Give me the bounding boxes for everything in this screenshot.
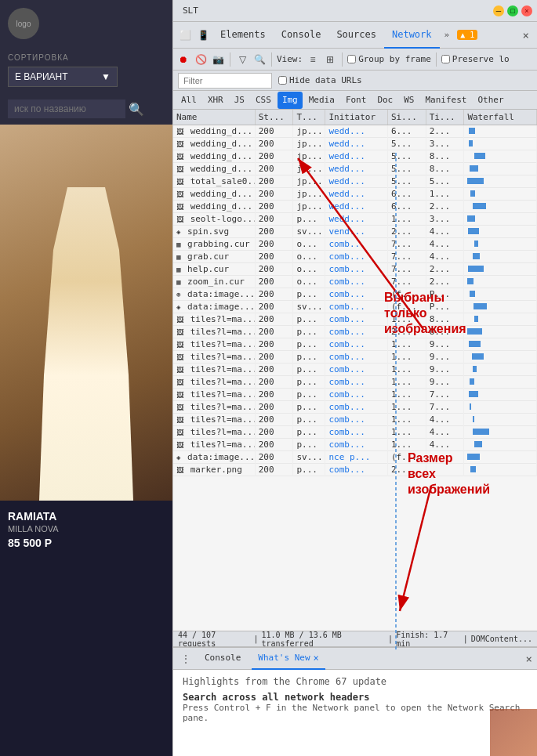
preserve-log-label[interactable]: Preserve lo [441, 54, 510, 64]
cell-size: 7... [387, 251, 426, 263]
tab-console[interactable]: Console [274, 22, 329, 49]
col-header-name[interactable]: Name [173, 110, 255, 125]
table-row[interactable]: 🖼 tiles?l=ma... 200 p... comb... 1... 4.… [173, 439, 537, 451]
type-tab-media[interactable]: Media [304, 92, 339, 109]
col-header-initiator[interactable]: Initiator [325, 110, 387, 125]
inspect-icon[interactable]: ⬜ [176, 30, 194, 41]
col-header-size[interactable]: Si... [387, 110, 426, 125]
table-row[interactable]: 🖼 marker.png 200 p... comb... 2... [173, 464, 537, 476]
view-grid-button[interactable]: ⊞ [323, 52, 337, 67]
record-button[interactable]: ⏺ [176, 52, 190, 67]
cell-time: 5... [426, 175, 464, 188]
cell-time: 1... [426, 188, 464, 201]
type-tab-ws[interactable]: WS [399, 92, 419, 109]
table-row[interactable]: 🖼 tiles?l=ma... 200 p... comb... 1... 9.… [173, 351, 537, 364]
table-row[interactable]: 🖼 wedding_d... 200 jp... wedd... 5... 3.… [173, 138, 537, 150]
table-row[interactable]: 🖼 wedding_d... 200 jp... wedd... 6... 2.… [173, 201, 537, 213]
row-file-icon: 🖼 [176, 429, 183, 436]
table-row[interactable]: 🖼 tiles?l=ma... 200 p... comb... 2... 8.… [173, 326, 537, 338]
table-row[interactable]: 🖼 tiles?l=ma... 200 p... comb... 1... 4.… [173, 426, 537, 439]
table-row[interactable]: 🖼 tiles?l=ma... 200 p... comb... 1... 4.… [173, 414, 537, 426]
cell-waterfall [464, 351, 537, 364]
hide-data-urls-label[interactable]: Hide data URLs [278, 75, 362, 85]
table-row[interactable]: ▦ grab.cur 200 o... comb... 7... 4... [173, 251, 537, 263]
table-row[interactable]: ▦ grabbing.cur 200 o... comb... 7... 4..… [173, 238, 537, 251]
table-row[interactable]: 🖼 tiles?l=ma... 200 p... comb... 1... 9.… [173, 364, 537, 376]
table-row[interactable]: 🖼 tiles?l=ma... 200 p... comb... 1... 9.… [173, 376, 537, 389]
preserve-log-checkbox[interactable] [441, 55, 450, 63]
devtools-close-button[interactable]: × [518, 29, 534, 42]
table-row[interactable]: 🖼 tiles?l=ma... 200 p... comb... 1... 9.… [173, 338, 537, 351]
table-row[interactable]: ⊛ data:image... 200 p... comb... (f... P… [173, 288, 537, 301]
close-button[interactable]: × [521, 5, 532, 16]
table-row[interactable]: ◈ data:image... 200 sv... comb... (f... … [173, 301, 537, 313]
table-row[interactable]: 🖼 wedding_d... 200 jp... wedd... 6... 2.… [173, 125, 537, 138]
cell-size: (f... [387, 301, 426, 313]
tab-network[interactable]: Network [384, 22, 440, 49]
table-row[interactable]: ◈ spin.svg 200 sv... vend... 2... 4... [173, 226, 537, 238]
table-row[interactable]: ◈ data:image... 200 sv... nce p... (f... [173, 451, 537, 464]
toolbar-separator-1 [230, 52, 230, 67]
bottom-menu-icon[interactable]: ⋮ [178, 653, 194, 664]
cell-name-text: zoom_in.cur [187, 277, 245, 287]
type-tab-font[interactable]: Font [341, 92, 372, 109]
cell-type: jp... [293, 163, 325, 175]
type-tab-img[interactable]: Img [278, 92, 303, 109]
col-header-type[interactable]: T... [293, 110, 325, 125]
type-tab-doc[interactable]: Doc [372, 92, 397, 109]
cell-size: (f... [387, 451, 426, 464]
cell-waterfall [464, 364, 537, 376]
table-row[interactable]: 🖼 wedding_d... 200 jp... wedd... 5... 8.… [173, 163, 537, 175]
cell-name-text: data:image... [187, 302, 255, 312]
table-row[interactable]: 🖼 tiles?l=ma... 200 p... comb... 1... 8.… [173, 313, 537, 326]
cell-type: p... [293, 313, 325, 326]
bottom-tab-whats-new[interactable]: What's New × [252, 648, 325, 670]
row-file-icon: 🖼 [176, 391, 183, 399]
type-tab-js[interactable]: JS [230, 92, 249, 109]
cell-type: jp... [293, 150, 325, 163]
whats-new-content: Highlights from the Chrome 67 update Sea… [173, 670, 537, 756]
bottom-panel-close-button[interactable]: × [526, 653, 532, 665]
cell-name: ◈ data:image... [173, 301, 255, 313]
bottom-tab-console[interactable]: Console [198, 648, 247, 670]
variant-select[interactable]: Е ВАРИАНТ ▼ [8, 67, 118, 87]
device-icon[interactable]: 📱 [194, 30, 212, 41]
col-header-status[interactable]: St... [255, 110, 293, 125]
group-by-frame-label[interactable]: Group by frame [347, 54, 431, 64]
table-row[interactable]: ▦ help.cur 200 o... comb... 7... 2... [173, 263, 537, 276]
type-tab-manifest[interactable]: Manifest [421, 92, 472, 109]
cell-time: 9... [426, 364, 464, 376]
hide-data-urls-checkbox[interactable] [278, 76, 287, 85]
cell-status: 200 [255, 389, 293, 401]
type-tab-css[interactable]: CSS [251, 92, 276, 109]
maximize-button[interactable]: □ [507, 5, 518, 16]
search-button[interactable]: 🔍 [252, 52, 267, 67]
table-row[interactable]: 🖼 wedding_d... 200 jp... wedd... 5... 8.… [173, 150, 537, 163]
tab-elements[interactable]: Elements [212, 22, 274, 49]
cell-waterfall [464, 226, 537, 238]
type-tab-xhr[interactable]: XHR [203, 92, 228, 109]
group-by-frame-checkbox[interactable] [347, 55, 356, 63]
search-input[interactable] [8, 99, 125, 118]
type-tab-other[interactable]: Other [473, 92, 508, 109]
minimize-button[interactable]: ─ [493, 5, 504, 16]
col-header-time[interactable]: Ti... [426, 110, 464, 125]
view-list-button[interactable]: ≡ [306, 52, 320, 67]
table-row[interactable]: 🖼 seolt-logo... 200 p... wedd... 1... 3.… [173, 213, 537, 226]
table-row[interactable]: 🖼 wedding_d... 200 jp... wedd... 6... 1.… [173, 188, 537, 201]
stop-button[interactable]: 🚫 [194, 52, 208, 67]
camera-button[interactable]: 📷 [211, 52, 225, 67]
table-row[interactable]: ▦ zoom_in.cur 200 o... comb... 7... 2... [173, 276, 537, 288]
cell-name-text: tiles?l=ma... [190, 339, 256, 349]
table-row[interactable]: 🖼 tiles?l=ma... 200 p... comb... 1... 7.… [173, 401, 537, 414]
filter-button[interactable]: ▽ [235, 52, 249, 67]
more-tabs-button[interactable]: » [440, 30, 455, 40]
table-row[interactable]: 🖼 tiles?l=ma... 200 p... comb... 1... 7.… [173, 389, 537, 401]
network-filter-input[interactable] [178, 73, 272, 89]
tab-sources[interactable]: Sources [328, 22, 384, 49]
bottom-tab-close-icon[interactable]: × [314, 653, 319, 664]
requests-count: 44 / 107 requests [178, 631, 250, 648]
table-row[interactable]: 🖼 total_sale0... 200 jp... wedd... 5... … [173, 175, 537, 188]
type-tab-all[interactable]: All [176, 92, 201, 109]
col-header-waterfall[interactable]: Waterfall [464, 110, 537, 125]
